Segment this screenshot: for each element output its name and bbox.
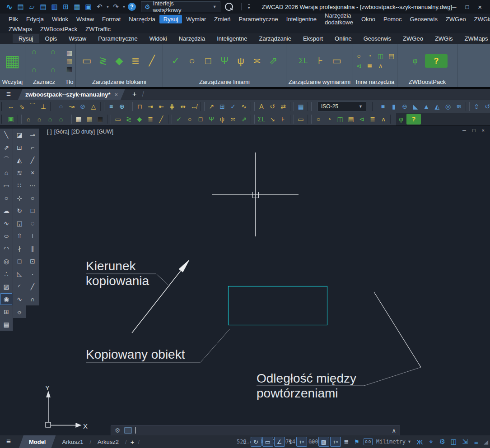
- select-remove-icon[interactable]: ⌂: [26, 64, 42, 76]
- line-shift-icon[interactable]: ⇗: [238, 114, 249, 125]
- copy-icon[interactable]: ⊞: [60, 2, 71, 12]
- load-drawing-icon[interactable]: ▦: [2, 47, 23, 74]
- menu-item[interactable]: Zmień: [210, 15, 234, 23]
- ribbon-tab[interactable]: Zarządzanie: [253, 34, 297, 43]
- dim-aligned-icon[interactable]: ⇘: [16, 101, 27, 112]
- list-tool-icon[interactable]: ≣: [365, 61, 375, 70]
- save-icon[interactable]: ▤: [37, 2, 49, 12]
- dim-text-rotate-icon[interactable]: ↺: [267, 101, 278, 112]
- solid-pyramid-icon[interactable]: ◭: [432, 101, 443, 112]
- extrude-icon[interactable]: ⇧: [471, 101, 482, 112]
- fold-tool-icon[interactable]: ∧: [376, 61, 386, 70]
- line-shift-icon[interactable]: ⇗: [266, 50, 280, 72]
- dim-arc-length-icon[interactable]: ⌒: [27, 101, 38, 112]
- select-clone-icon[interactable]: ⌂: [23, 114, 34, 125]
- background-black-icon[interactable]: ▦: [95, 114, 106, 125]
- dim-center-mark-icon[interactable]: ⊕: [117, 101, 127, 112]
- dim-text-edit-icon[interactable]: A: [256, 101, 267, 112]
- dim-jogged-icon[interactable]: ↝: [66, 101, 77, 112]
- annotation-scale-button[interactable]: 0.0: [364, 438, 373, 445]
- undo-icon[interactable]: ↶: [94, 2, 105, 12]
- sum-length-icon[interactable]: ΣL: [256, 114, 267, 125]
- lineweight-icon[interactable]: ≡: [308, 437, 317, 446]
- select-add-icon[interactable]: ⌂: [45, 46, 61, 58]
- menu-item[interactable]: Pomoc: [379, 15, 406, 23]
- layout-tool-icon[interactable]: ◫: [335, 114, 345, 125]
- dim-angular-icon[interactable]: △: [88, 101, 99, 112]
- minimize-button[interactable]: ─: [452, 4, 456, 10]
- line-wave-icon[interactable]: ψ: [217, 114, 228, 125]
- save-as-icon[interactable]: ▥: [49, 2, 60, 12]
- dynamic-ucs-icon[interactable]: ↯: [286, 437, 295, 446]
- ribbon-tab[interactable]: ZWGeo: [397, 34, 429, 43]
- line-levels-icon[interactable]: ≍: [228, 114, 238, 125]
- background-black-icon[interactable]: ▦: [65, 65, 75, 73]
- dim-break-icon[interactable]: ↮: [188, 101, 199, 112]
- fullscreen-icon[interactable]: ⇲: [460, 437, 470, 446]
- menu-item[interactable]: Narzędzia dodatkowe: [321, 11, 357, 27]
- maximize-button[interactable]: □: [465, 4, 469, 10]
- tab-arkusz1[interactable]: Arkusz1: [56, 435, 89, 448]
- block-align-icon[interactable]: ≣: [145, 114, 156, 125]
- boostpack-loader-icon[interactable]: ▣: [5, 114, 16, 125]
- dim-frame-icon[interactable]: ⊞: [217, 101, 228, 112]
- dim-adjust-space-icon[interactable]: ⇹: [177, 101, 188, 112]
- open-folder-icon[interactable]: ▱: [26, 2, 37, 12]
- ribbon-tab[interactable]: Inteligentne: [211, 34, 253, 43]
- block-divide-icon[interactable]: ╱: [145, 50, 159, 72]
- add-layout-button[interactable]: +: [131, 438, 135, 446]
- dim-style-manager-icon[interactable]: ▦: [295, 101, 306, 112]
- menu-item[interactable]: Rysuj: [159, 15, 182, 23]
- line-verify-icon[interactable]: ✓: [173, 114, 184, 125]
- dim-rectangle-icon[interactable]: ▭: [330, 50, 344, 72]
- block-swap-icon[interactable]: ≷: [123, 114, 134, 125]
- solid-sphere-icon[interactable]: ⊖: [399, 101, 410, 112]
- select-add-icon[interactable]: ⌂: [34, 114, 45, 125]
- qat-collapse-icon[interactable]: ▾: [248, 4, 250, 10]
- menu-item[interactable]: Parametryczne: [234, 15, 282, 23]
- menu-item[interactable]: Wymiar: [182, 15, 210, 23]
- line-wave-icon[interactable]: ψ: [233, 50, 248, 72]
- menu-item[interactable]: Format: [98, 15, 125, 23]
- solid-torus-icon[interactable]: ◎: [443, 101, 453, 112]
- workspace-selector[interactable]: ⚙ Interfejs wstążkowy ▼: [141, 1, 220, 12]
- dim-baseline-icon[interactable]: ⇤: [156, 101, 167, 112]
- dim-baseline-lines-icon[interactable]: ≡: [106, 101, 117, 112]
- menu-item[interactable]: Geoserwis: [406, 15, 441, 23]
- dim-arrows-icon[interactable]: ↘: [267, 114, 278, 125]
- background-white-icon[interactable]: ▦: [65, 49, 75, 57]
- dim-diameter-icon[interactable]: ⊘: [77, 101, 88, 112]
- background-tan-icon[interactable]: ▦: [65, 57, 75, 65]
- close-icon[interactable]: ×: [114, 91, 118, 98]
- quick-dim-icon[interactable]: ⊓: [134, 101, 145, 112]
- ribbon-tab[interactable]: Geoserwis: [358, 34, 397, 43]
- ribbon-tab[interactable]: Opis: [39, 34, 63, 43]
- command-input[interactable]: [140, 427, 388, 434]
- new-document-button[interactable]: +: [132, 90, 136, 98]
- clipboard-tool-icon[interactable]: ▤: [387, 51, 397, 60]
- status-menu-icon[interactable]: ≡: [6, 437, 11, 446]
- dim-oblique-icon[interactable]: ⇄: [278, 101, 289, 112]
- ribbon-tab[interactable]: ZWGis: [429, 34, 459, 43]
- ribbon-tab[interactable]: Rysuj: [13, 34, 39, 43]
- line-verify-icon[interactable]: ✓: [168, 50, 183, 72]
- block-divide-icon[interactable]: ╱: [156, 114, 167, 125]
- units-select[interactable]: Milimetry: [376, 439, 406, 445]
- menu-item[interactable]: Edycja: [22, 15, 48, 23]
- menu-item[interactable]: ZWMaps: [5, 25, 36, 33]
- select-similar-icon[interactable]: ⌂: [56, 114, 66, 125]
- object-snap-icon[interactable]: ▭: [262, 437, 273, 447]
- clipboard-tool-icon[interactable]: ▤: [345, 114, 356, 125]
- dim-ordinate-icon[interactable]: ⊥: [38, 101, 49, 112]
- fold-tool-icon[interactable]: ∧: [378, 114, 389, 125]
- tab-arkusz2[interactable]: Arkusz2: [91, 435, 125, 448]
- ribbon-tab[interactable]: Wstaw: [63, 34, 92, 43]
- dim-update-icon[interactable]: ✓: [228, 101, 238, 112]
- flag-tool-icon[interactable]: ⊲: [356, 114, 367, 125]
- solid-cylinder-icon[interactable]: ▮: [388, 101, 399, 112]
- menu-item[interactable]: ZWTraffic: [81, 25, 115, 33]
- menu-item[interactable]: Widok: [48, 15, 72, 23]
- help-icon[interactable]: ?: [128, 3, 136, 11]
- arc-tool-icon[interactable]: ◔: [365, 51, 375, 60]
- menu-item[interactable]: Okno: [357, 15, 379, 23]
